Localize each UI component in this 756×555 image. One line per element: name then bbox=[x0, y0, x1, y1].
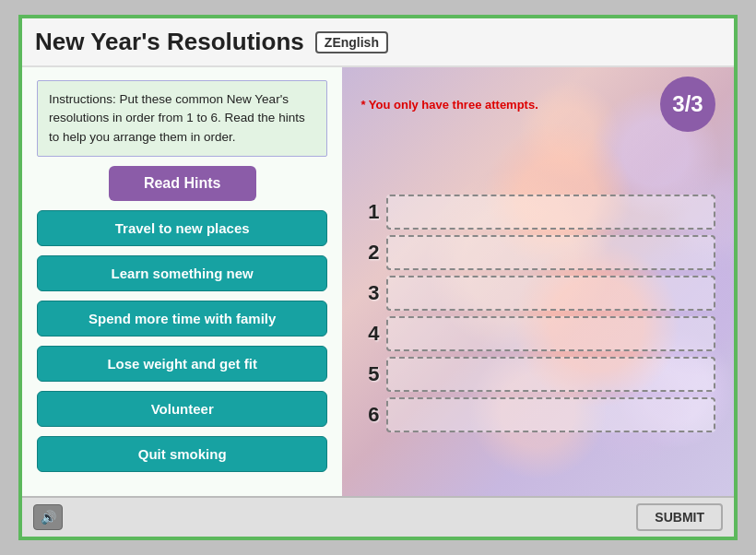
instructions-text: Instructions: Put these common New Year'… bbox=[49, 92, 305, 144]
drop-box-4[interactable] bbox=[386, 316, 715, 351]
drop-number-4: 4 bbox=[360, 322, 379, 346]
drop-number-1: 1 bbox=[360, 200, 379, 224]
resolution-button-1[interactable]: Learn something new bbox=[37, 255, 327, 291]
bottom-bar: 🔊 SUBMIT bbox=[22, 496, 734, 537]
drop-row-4: 4 bbox=[360, 316, 715, 351]
attempts-note: * You only have three attempts. bbox=[360, 98, 537, 112]
resolution-button-2[interactable]: Spend more time with family bbox=[37, 301, 327, 337]
main-frame: New Year's Resolutions ZEnglish Instruct… bbox=[18, 15, 738, 540]
read-hints-button[interactable]: Read Hints bbox=[109, 166, 256, 201]
left-panel: Instructions: Put these common New Year'… bbox=[22, 67, 342, 496]
resolution-button-0[interactable]: Travel to new places bbox=[37, 210, 327, 246]
zenglish-badge: ZEnglish bbox=[315, 31, 388, 53]
resolution-button-5[interactable]: Quit smoking bbox=[37, 436, 327, 472]
main-content: Instructions: Put these common New Year'… bbox=[22, 67, 734, 496]
speaker-button[interactable]: 🔊 bbox=[33, 504, 63, 530]
drop-box-2[interactable] bbox=[386, 235, 715, 270]
instructions-box: Instructions: Put these common New Year'… bbox=[37, 80, 327, 157]
drop-number-3: 3 bbox=[360, 281, 379, 305]
drop-zones: 1 2 3 4 5 bbox=[360, 139, 715, 487]
attempt-counter: 3/3 bbox=[660, 77, 715, 132]
drop-row-6: 6 bbox=[360, 397, 715, 432]
drop-box-5[interactable] bbox=[386, 357, 715, 392]
drop-box-1[interactable] bbox=[386, 195, 715, 230]
drop-box-6[interactable] bbox=[386, 397, 715, 432]
drop-row-3: 3 bbox=[360, 276, 715, 311]
title-bar: New Year's Resolutions ZEnglish bbox=[22, 18, 734, 67]
right-panel: * You only have three attempts. 3/3 1 2 … bbox=[342, 67, 734, 496]
drop-row-5: 5 bbox=[360, 357, 715, 392]
drop-row-2: 2 bbox=[360, 235, 715, 270]
drop-number-6: 6 bbox=[360, 403, 379, 427]
drop-box-3[interactable] bbox=[386, 276, 715, 311]
drop-row-1: 1 bbox=[360, 195, 715, 230]
page-title: New Year's Resolutions bbox=[35, 28, 304, 56]
speaker-icon: 🔊 bbox=[41, 510, 56, 525]
top-right-area: * You only have three attempts. 3/3 bbox=[360, 77, 715, 132]
resolution-button-4[interactable]: Volunteer bbox=[37, 391, 327, 427]
submit-button[interactable]: SUBMIT bbox=[636, 503, 723, 531]
drop-number-5: 5 bbox=[360, 362, 379, 386]
resolution-button-3[interactable]: Lose weight and get fit bbox=[37, 346, 327, 382]
drop-number-2: 2 bbox=[360, 241, 379, 265]
